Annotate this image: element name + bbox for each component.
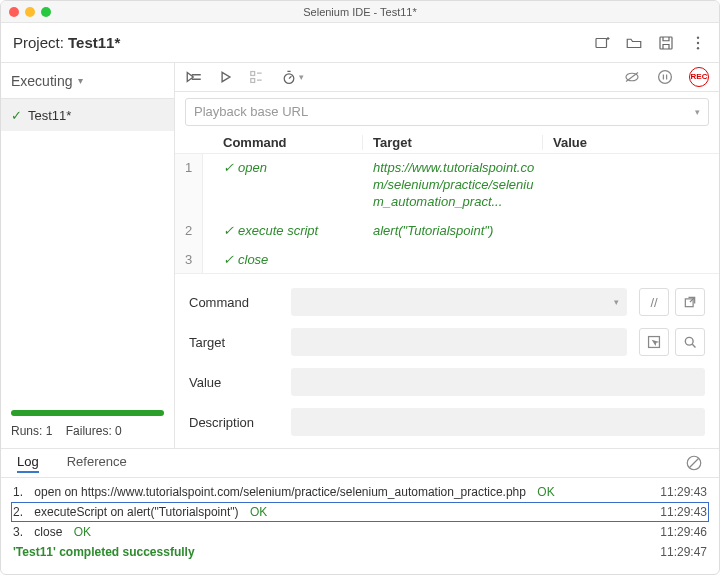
- log-status: OK: [537, 485, 554, 499]
- tab-reference[interactable]: Reference: [67, 454, 127, 473]
- sidebar-test-item[interactable]: ✓ Test11*: [1, 99, 174, 131]
- svg-rect-1: [660, 37, 672, 49]
- run-current-button[interactable]: [219, 70, 233, 84]
- log-row[interactable]: 1. open on https://www.tutorialspoint.co…: [11, 482, 709, 502]
- row-value: [543, 246, 719, 273]
- check-icon: ✓: [223, 160, 234, 211]
- row-target: [363, 246, 543, 273]
- run-all-button[interactable]: [185, 70, 203, 84]
- playback-url-placeholder: Playback base URL: [194, 104, 308, 119]
- window-title: Selenium IDE - Test11*: [1, 6, 719, 18]
- log-completed-message: 'Test11' completed successfully: [13, 545, 195, 559]
- command-form: Command ▾ // Target Value Des: [175, 274, 719, 448]
- content-area: ▾ REC Playback base URL ▾ Command Target…: [175, 63, 719, 448]
- disable-breakpoints-button[interactable]: [623, 70, 641, 84]
- toolbar: ▾ REC: [175, 63, 719, 92]
- chevron-down-icon: ▾: [695, 107, 700, 117]
- command-table: 1 ✓open https://www.tutorialspoint.com/s…: [175, 154, 719, 274]
- step-button[interactable]: [249, 70, 265, 84]
- runs-label: Runs:: [11, 424, 42, 438]
- log-row-completed: 'Test11' completed successfully 11:29:47: [11, 542, 709, 562]
- table-row[interactable]: 2 ✓execute script alert("Tutorialspoint"…: [175, 217, 719, 246]
- table-row[interactable]: 3 ✓close: [175, 246, 719, 273]
- svg-point-12: [685, 337, 693, 345]
- open-new-window-button[interactable]: [675, 288, 705, 316]
- log-status: OK: [74, 525, 91, 539]
- log-row[interactable]: 3. close OK 11:29:46: [11, 522, 709, 542]
- log-timestamp: 11:29:46: [660, 525, 707, 539]
- table-row[interactable]: 1 ✓open https://www.tutorialspoint.com/s…: [175, 154, 719, 217]
- tab-log[interactable]: Log: [17, 454, 39, 473]
- new-project-icon[interactable]: [593, 34, 611, 52]
- playback-url-input[interactable]: Playback base URL ▾: [185, 98, 709, 126]
- row-index: 1: [175, 154, 203, 217]
- sidebar-header-label: Executing: [11, 73, 72, 89]
- form-command-input[interactable]: ▾: [291, 288, 627, 316]
- svg-point-9: [659, 71, 672, 84]
- row-target: alert("Tutorialspoint"): [363, 217, 543, 246]
- row-command: open: [238, 160, 267, 211]
- project-bar: Project: Test11*: [1, 23, 719, 63]
- check-icon: ✓: [223, 223, 234, 240]
- pause-button[interactable]: [657, 69, 673, 85]
- find-target-button[interactable]: [675, 328, 705, 356]
- log-message: executeScript on alert("Tutorialspoint"): [34, 505, 238, 519]
- svg-rect-0: [596, 38, 607, 47]
- record-button[interactable]: REC: [689, 67, 709, 87]
- form-target-input[interactable]: [291, 328, 627, 356]
- log-timestamp: 11:29:43: [660, 505, 707, 519]
- log-row[interactable]: 2. executeScript on alert("Tutorialspoin…: [11, 502, 709, 522]
- project-name: Test11*: [68, 34, 120, 51]
- svg-point-3: [697, 41, 699, 43]
- log-index: 3.: [13, 525, 23, 539]
- toggle-comment-button[interactable]: //: [639, 288, 669, 316]
- log-index: 2.: [13, 505, 23, 519]
- save-project-icon[interactable]: [657, 34, 675, 52]
- header-command: Command: [203, 135, 363, 150]
- row-target: https://www.tutorialspoint.com/selenium/…: [363, 154, 543, 217]
- progress-bar: [11, 410, 164, 416]
- svg-rect-6: [251, 79, 255, 83]
- window-titlebar: Selenium IDE - Test11*: [1, 1, 719, 23]
- log-message: open on https://www.tutorialspoint.com/s…: [34, 485, 526, 499]
- chevron-down-icon: ▾: [614, 297, 619, 307]
- log-status: OK: [250, 505, 267, 519]
- run-stats: Runs: 1 Failures: 0: [1, 424, 174, 448]
- log-panel: 1. open on https://www.tutorialspoint.co…: [1, 478, 719, 566]
- sidebar: Executing ▾ ✓ Test11* Runs: 1 Failures: …: [1, 63, 175, 448]
- open-project-icon[interactable]: [625, 34, 643, 52]
- log-timestamp: 11:29:47: [660, 545, 707, 559]
- command-table-header: Command Target Value: [175, 132, 719, 155]
- failures-label: Failures:: [66, 424, 112, 438]
- row-value: [543, 154, 719, 217]
- header-value: Value: [543, 135, 719, 150]
- row-command: execute script: [238, 223, 318, 240]
- runs-value: 1: [46, 424, 53, 438]
- log-message: close: [34, 525, 62, 539]
- check-icon: ✓: [11, 108, 22, 123]
- speed-button[interactable]: ▾: [281, 69, 304, 85]
- svg-point-4: [697, 47, 699, 49]
- row-value: [543, 217, 719, 246]
- sidebar-test-label: Test11*: [28, 108, 71, 123]
- project-title: Project: Test11*: [13, 34, 120, 51]
- svg-point-7: [284, 74, 294, 84]
- clear-log-icon[interactable]: [685, 454, 703, 472]
- form-description-label: Description: [189, 415, 279, 430]
- bottom-tabs: Log Reference: [1, 448, 719, 478]
- log-index: 1.: [13, 485, 23, 499]
- log-timestamp: 11:29:43: [660, 485, 707, 499]
- form-target-label: Target: [189, 335, 279, 350]
- row-command: close: [238, 252, 268, 267]
- form-command-label: Command: [189, 295, 279, 310]
- more-menu-icon[interactable]: [689, 34, 707, 52]
- main-area: Executing ▾ ✓ Test11* Runs: 1 Failures: …: [1, 63, 719, 448]
- form-description-input[interactable]: [291, 408, 705, 436]
- failures-value: 0: [115, 424, 122, 438]
- check-icon: ✓: [223, 252, 234, 267]
- project-label: Project:: [13, 34, 64, 51]
- select-target-button[interactable]: [639, 328, 669, 356]
- form-value-input[interactable]: [291, 368, 705, 396]
- form-value-label: Value: [189, 375, 279, 390]
- sidebar-executing-header[interactable]: Executing ▾: [1, 63, 174, 99]
